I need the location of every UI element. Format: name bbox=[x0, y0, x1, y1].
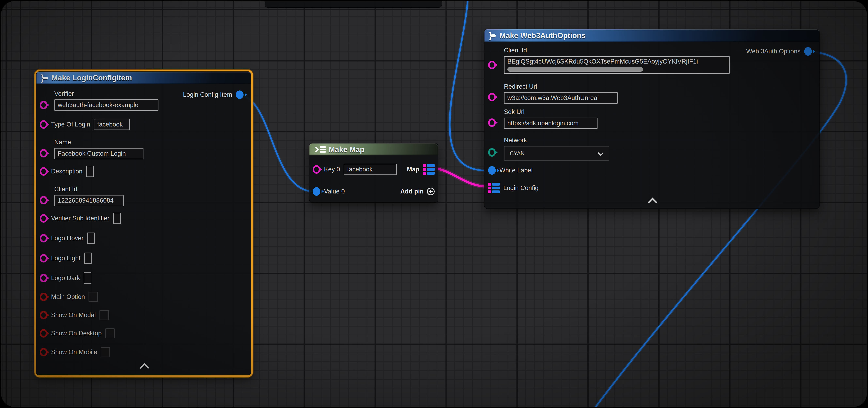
node-title: Make LoginConfigItem bbox=[52, 74, 132, 82]
node-header[interactable]: Make Map bbox=[309, 143, 438, 156]
pin-label: Redirect Url bbox=[504, 83, 537, 90]
add-pin-label: Add pin bbox=[400, 188, 424, 195]
node-header[interactable]: } Make LoginConfigItem bbox=[36, 72, 251, 84]
login-config-pin[interactable] bbox=[488, 183, 500, 193]
map-output-pin[interactable] bbox=[423, 164, 435, 175]
verifier-sub-identifier-input[interactable] bbox=[113, 213, 121, 224]
add-pin-button[interactable]: Add pin bbox=[400, 188, 435, 195]
logo-dark-pin[interactable] bbox=[40, 274, 48, 282]
login-config-item-output-pin[interactable] bbox=[236, 91, 244, 99]
output-label: Web 3Auth Options bbox=[746, 48, 801, 55]
logo-light-input[interactable] bbox=[84, 252, 92, 264]
logo-light-pin[interactable] bbox=[40, 254, 48, 263]
pin-label: Key 0 bbox=[324, 166, 340, 173]
verifier-pin[interactable] bbox=[40, 101, 48, 109]
main-option-pin[interactable] bbox=[40, 293, 48, 301]
node-make-loginconfigitem[interactable]: } Make LoginConfigItem Login Config Item… bbox=[36, 71, 251, 375]
logo-hover-pin[interactable] bbox=[40, 234, 48, 242]
pin-label: Description bbox=[51, 168, 83, 175]
pin-row: Main Option bbox=[40, 292, 98, 302]
pin-row: Login Config bbox=[488, 183, 538, 193]
name-pin[interactable] bbox=[40, 149, 48, 158]
pin-label: Client Id bbox=[504, 47, 527, 54]
collapse-chevron-icon[interactable] bbox=[140, 363, 149, 373]
type-of-login-pin[interactable] bbox=[40, 120, 48, 129]
pin-label: Type Of Login bbox=[51, 121, 90, 128]
show-on-modal-pin[interactable] bbox=[40, 311, 48, 319]
pin-row: Description bbox=[40, 166, 94, 177]
type-of-login-input[interactable]: facebook bbox=[94, 119, 130, 130]
client-id-pin[interactable] bbox=[40, 196, 48, 204]
pin-label: Value 0 bbox=[324, 188, 345, 195]
show-on-mobile-checkbox[interactable] bbox=[101, 347, 110, 357]
show-on-desktop-checkbox[interactable] bbox=[105, 328, 115, 338]
pin-label: Sdk Url bbox=[504, 108, 525, 115]
add-pin-icon bbox=[427, 188, 435, 195]
pin-label: Logo Hover bbox=[51, 235, 84, 242]
output-row: Web 3Auth Options bbox=[746, 47, 812, 56]
make-struct-icon: } bbox=[41, 74, 48, 82]
client-id-text: BEglQSgt4cUWcj6SKRdu5QkOXTsePmMcusG5EAoy… bbox=[507, 58, 726, 65]
client-id-input[interactable]: 1222658941886084 bbox=[54, 195, 124, 206]
verifier-input[interactable]: web3auth-facebook-example bbox=[54, 99, 158, 111]
output-row: Login Config Item bbox=[183, 91, 244, 99]
node-make-web3authoptions[interactable]: } Make Web3AuthOptions Web 3Auth Options… bbox=[484, 29, 819, 209]
pin-label: Logo Dark bbox=[51, 274, 80, 282]
white-label-pin[interactable] bbox=[488, 166, 496, 175]
description-pin[interactable] bbox=[40, 167, 48, 176]
client-id-input[interactable]: BEglQSgt4cUWcj6SKRdu5QkOXTsePmMcusG5EAoy… bbox=[504, 56, 730, 74]
pin-row: Key 0 facebook Map bbox=[313, 164, 435, 175]
name-input[interactable]: Facebook Custom Login bbox=[54, 148, 144, 159]
make-struct-icon: } bbox=[489, 31, 496, 40]
pin-label: Logo Light bbox=[51, 254, 81, 262]
pin-label: Verifier bbox=[54, 90, 74, 97]
show-on-mobile-pin[interactable] bbox=[40, 348, 48, 356]
sdk-url-pin[interactable] bbox=[488, 118, 496, 127]
pin-label: Client Id bbox=[54, 185, 78, 193]
dropdown-chevron-icon bbox=[598, 150, 604, 156]
pin-label: Main Option bbox=[51, 293, 85, 301]
pin-label: White Label bbox=[499, 167, 533, 174]
output-label: Login Config Item bbox=[183, 91, 232, 98]
client-id-pin[interactable] bbox=[488, 61, 496, 69]
key-0-input[interactable]: facebook bbox=[344, 164, 397, 175]
pin-row: Logo Light bbox=[40, 252, 92, 264]
description-input[interactable] bbox=[86, 166, 94, 177]
pin-label: Name bbox=[54, 139, 71, 146]
blueprint-canvas[interactable]: } Make LoginConfigItem Login Config Item… bbox=[1, 1, 867, 407]
redirect-url-input[interactable]: w3a://com.w3a.Web3AuthUnreal bbox=[504, 92, 618, 104]
collapse-chevron-icon[interactable] bbox=[648, 198, 657, 207]
pin-row: Logo Dark bbox=[40, 272, 91, 284]
pin-label: Verifier Sub Identifier bbox=[51, 215, 110, 222]
pin-label: Network bbox=[504, 137, 527, 144]
show-on-modal-checkbox[interactable] bbox=[99, 310, 109, 320]
pin-row: Show On Mobile bbox=[40, 347, 110, 357]
value-0-pin[interactable] bbox=[313, 187, 320, 196]
network-pin[interactable] bbox=[488, 148, 496, 157]
redirect-url-pin[interactable] bbox=[488, 93, 496, 101]
map-output-label: Map bbox=[407, 166, 420, 173]
pin-row: Show On Desktop bbox=[40, 328, 115, 338]
sdk-url-input[interactable]: https://sdk.openlogin.com bbox=[504, 117, 597, 129]
node-header[interactable]: } Make Web3AuthOptions bbox=[485, 29, 819, 42]
pin-label: Show On Modal bbox=[51, 311, 96, 319]
pin-row: Logo Hover bbox=[40, 233, 95, 244]
pin-row: White Label bbox=[488, 166, 533, 175]
pin-row: Type Of Login facebook bbox=[40, 119, 130, 130]
offscreen-node-edge[interactable] bbox=[265, 1, 442, 8]
verifier-sub-identifier-pin[interactable] bbox=[40, 214, 48, 223]
pin-row: Value 0 Add pin bbox=[313, 187, 435, 196]
key-0-pin[interactable] bbox=[313, 165, 320, 174]
pin-label: Show On Mobile bbox=[51, 348, 97, 356]
network-dropdown[interactable]: CYAN bbox=[504, 146, 609, 161]
logo-dark-input[interactable] bbox=[84, 272, 91, 284]
show-on-desktop-pin[interactable] bbox=[40, 329, 48, 338]
network-value: CYAN bbox=[510, 150, 525, 157]
make-map-icon bbox=[314, 146, 326, 152]
node-make-map[interactable]: Make Map Key 0 facebook Map Value 0 Add … bbox=[309, 143, 438, 203]
node-title: Make Map bbox=[329, 145, 365, 154]
web3auth-options-output-pin[interactable] bbox=[804, 47, 812, 56]
main-option-checkbox[interactable] bbox=[89, 292, 98, 302]
client-id-scrollbar[interactable] bbox=[507, 67, 643, 72]
logo-hover-input[interactable] bbox=[87, 233, 95, 244]
